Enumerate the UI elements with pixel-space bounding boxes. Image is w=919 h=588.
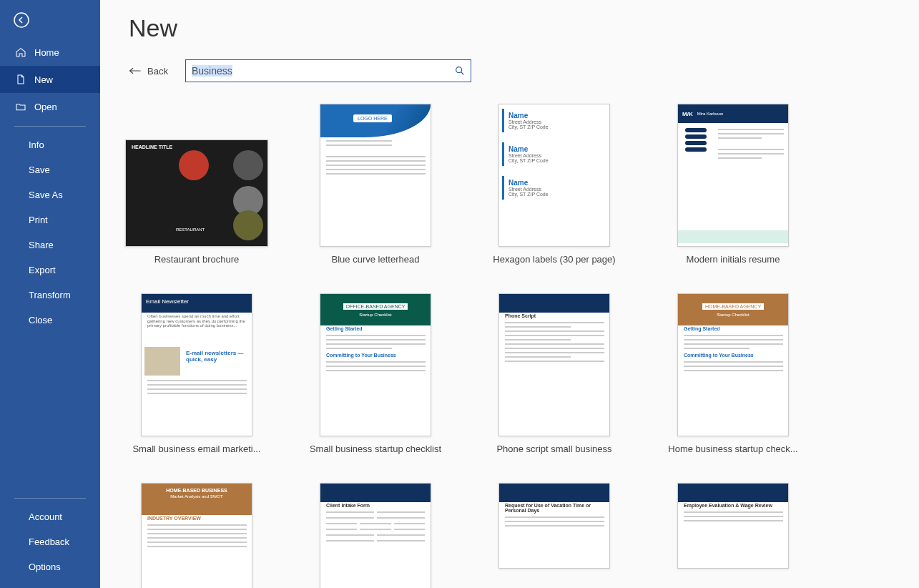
home-icon [14, 46, 27, 59]
sidebar-item-export[interactable]: Export [0, 258, 100, 283]
sidebar-item-transform[interactable]: Transform [0, 283, 100, 308]
template-thumbnail: Client Intake Form [320, 483, 431, 588]
template-label: Small business email marketi... [132, 444, 260, 454]
template-label: Blue curve letterhead [332, 254, 420, 265]
open-folder-icon [14, 100, 27, 113]
template-card[interactable]: M/K Mira Karlsson [665, 104, 801, 265]
backstage-sidebar: Home New Open Info Save Save As Print Sh… [0, 0, 100, 588]
template-thumbnail: HEADLINE TITLE RESTAURANT [125, 139, 268, 247]
sidebar-item-save-as[interactable]: Save As [0, 182, 100, 207]
template-label: Modern initials resume [687, 254, 780, 265]
template-thumbnail: HOME-BASED BUSINESS Market Analysis and … [141, 483, 252, 588]
template-card[interactable]: LOGO HERE Blue curve letterhead [308, 104, 443, 265]
sidebar-item-save[interactable]: Save [0, 157, 100, 182]
main-panel: New Back HEADLINE TITLE [100, 0, 919, 588]
sidebar-item-info[interactable]: Info [0, 132, 100, 157]
sidebar-label: New [34, 74, 53, 85]
search-input[interactable] [186, 65, 449, 77]
sidebar-label: Home [34, 47, 59, 58]
sidebar-item-options[interactable]: Options [0, 554, 100, 579]
template-thumbnail: Request for Use of Vacation Time or Pers… [498, 483, 610, 569]
template-card[interactable]: HEADLINE TITLE RESTAURANT Restaurant bro… [129, 104, 265, 265]
back-link[interactable]: Back [129, 66, 168, 77]
template-card[interactable]: HOME-BASED BUSINESS Market Analysis and … [129, 483, 265, 588]
sidebar-item-feedback[interactable]: Feedback [0, 529, 100, 554]
back-circle-button[interactable] [7, 6, 36, 34]
sidebar-item-account[interactable]: Account [0, 504, 100, 529]
template-thumbnail: HOME-BASED AGENCY Startup Checklist Gett… [677, 293, 789, 436]
template-card[interactable]: Client Intake Form Small business client… [308, 483, 443, 588]
template-card[interactable]: HOME-BASED AGENCY Startup Checklist Gett… [665, 293, 801, 454]
sidebar-item-new[interactable]: New [0, 66, 100, 93]
sidebar-item-open[interactable]: Open [0, 93, 100, 120]
template-thumbnail: Email Newsletter Often businesses spend … [141, 293, 252, 436]
template-label: Small business startup checklist [310, 444, 441, 454]
sidebar-separator [14, 126, 86, 127]
back-label: Back [147, 66, 168, 77]
template-card[interactable]: Email Newsletter Often businesses spend … [129, 293, 265, 454]
template-label: Phone script small business [496, 444, 611, 454]
template-card[interactable]: Request for Use of Vacation Time or Pers… [486, 483, 622, 588]
search-button[interactable] [449, 60, 471, 82]
template-card[interactable]: Employee Evaluation & Wage Review [665, 483, 801, 588]
template-card[interactable]: Name Street Address City, ST ZIP Code Na… [486, 104, 622, 265]
template-card[interactable]: Phone Script Phone script small business [486, 293, 622, 454]
new-doc-icon [14, 73, 27, 86]
template-thumbnail: OFFICE-BASED AGENCY Startup Checklist Ge… [320, 293, 431, 436]
template-label: Home business startup check... [668, 444, 797, 454]
template-thumbnail: Name Street Address City, ST ZIP Code Na… [498, 104, 610, 247]
page-title: New [129, 14, 919, 42]
template-label: Hexagon labels (30 per page) [493, 254, 615, 265]
sidebar-item-home[interactable]: Home [0, 39, 100, 66]
svg-point-1 [456, 67, 462, 73]
svg-point-0 [14, 13, 29, 27]
template-search-box [185, 59, 471, 82]
template-thumbnail: Employee Evaluation & Wage Review [677, 483, 789, 569]
template-label: Restaurant brochure [154, 254, 240, 265]
template-thumbnail: LOGO HERE [320, 104, 431, 247]
sidebar-label: Open [34, 102, 57, 112]
sidebar-item-print[interactable]: Print [0, 207, 100, 232]
sidebar-item-share[interactable]: Share [0, 232, 100, 258]
template-thumbnail: Phone Script [498, 293, 610, 436]
template-grid: HEADLINE TITLE RESTAURANT Restaurant bro… [129, 104, 919, 588]
template-thumbnail: M/K Mira Karlsson [677, 104, 789, 247]
template-card[interactable]: OFFICE-BASED AGENCY Startup Checklist Ge… [308, 293, 443, 454]
sidebar-separator [14, 498, 86, 499]
sidebar-item-close[interactable]: Close [0, 308, 100, 333]
